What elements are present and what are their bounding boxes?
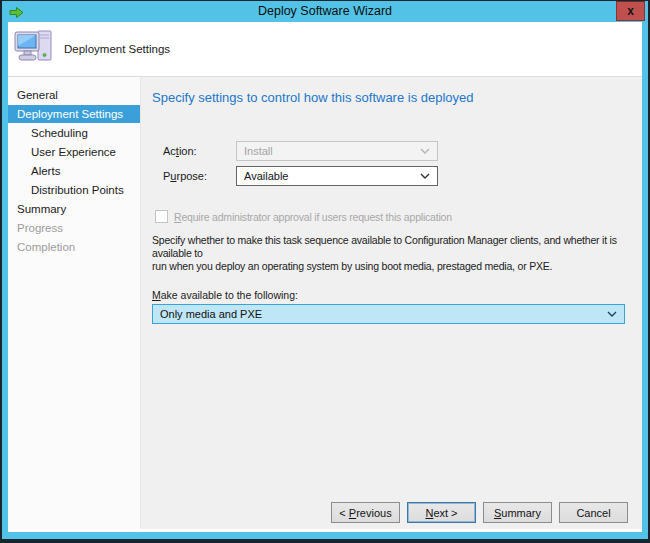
purpose-dropdown[interactable]: Available	[236, 166, 438, 186]
cancel-button[interactable]: Cancel	[559, 502, 628, 523]
approval-label: Require administrator approval if users …	[174, 211, 452, 223]
purpose-label: Purpose:	[163, 170, 236, 182]
body: General Deployment Settings Scheduling U…	[8, 77, 642, 529]
wizard-header: Deployment Settings	[8, 22, 642, 77]
page-heading: Specify settings to control how this sof…	[152, 90, 630, 105]
description-text: Specify whether to make this task sequen…	[152, 234, 630, 273]
make-available-label: Make available to the following:	[152, 289, 642, 301]
nav-item-user-experience[interactable]: User Experience	[8, 143, 140, 161]
nav-item-distribution-points[interactable]: Distribution Points	[8, 181, 140, 199]
computer-icon	[13, 28, 55, 72]
chevron-down-icon	[420, 173, 430, 179]
nav-item-summary[interactable]: Summary	[8, 200, 140, 218]
purpose-row: Purpose: Available	[163, 166, 642, 186]
action-value: Install	[244, 145, 273, 157]
wizard-page: Specify settings to control how this sof…	[140, 77, 642, 529]
nav-item-scheduling[interactable]: Scheduling	[8, 124, 140, 142]
close-icon: x	[627, 4, 634, 18]
chevron-down-icon	[607, 311, 617, 317]
action-row: Action: Install	[163, 141, 642, 161]
wizard-window: Deploy Software Wizard x	[2, 1, 648, 539]
chevron-down-icon	[420, 148, 430, 154]
approval-checkbox	[155, 210, 168, 223]
summary-button[interactable]: Summary	[483, 502, 552, 523]
wizard-nav: General Deployment Settings Scheduling U…	[8, 77, 140, 529]
previous-button[interactable]: < Previous	[331, 502, 400, 523]
next-button[interactable]: Next >	[407, 502, 476, 523]
make-available-dropdown[interactable]: Only media and PXE	[152, 304, 625, 324]
nav-item-completion: Completion	[8, 238, 140, 256]
action-label: Action:	[163, 145, 236, 157]
action-dropdown: Install	[236, 141, 438, 161]
dialog: Deployment Settings General Deployment S…	[8, 22, 642, 532]
page-title: Deployment Settings	[64, 43, 170, 55]
wizard-buttons: < Previous Next > Summary Cancel	[331, 502, 628, 523]
purpose-value: Available	[244, 170, 288, 182]
settings-form: Action: Install Purpose: Avail	[163, 141, 642, 186]
make-available-value: Only media and PXE	[160, 308, 262, 320]
approval-row: Require administrator approval if users …	[155, 210, 642, 223]
close-button[interactable]: x	[616, 1, 645, 21]
nav-item-progress: Progress	[8, 219, 140, 237]
screen: Deploy Software Wizard x	[0, 0, 650, 543]
nav-item-deployment-settings[interactable]: Deployment Settings	[8, 105, 140, 123]
window-title: Deploy Software Wizard	[2, 1, 648, 22]
nav-item-alerts[interactable]: Alerts	[8, 162, 140, 180]
nav-item-general[interactable]: General	[8, 86, 140, 104]
titlebar[interactable]: Deploy Software Wizard x	[2, 1, 648, 22]
